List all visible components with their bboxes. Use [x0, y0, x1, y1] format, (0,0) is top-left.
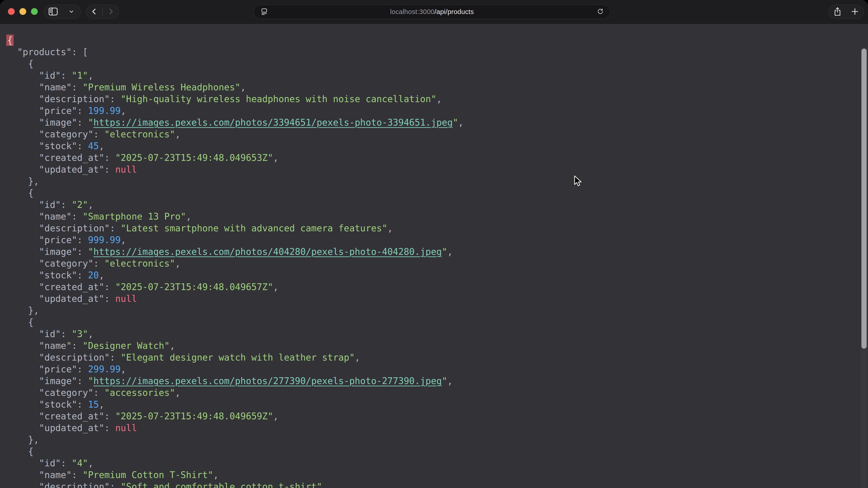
share-button[interactable]: [829, 5, 846, 19]
json-line: "category": "electronics",: [6, 128, 868, 140]
back-button[interactable]: [86, 5, 102, 19]
forward-button[interactable]: [103, 5, 119, 19]
actions-button-group: [829, 4, 864, 19]
json-line: {: [6, 446, 868, 457]
safari-window: localhost:3000/api/products: [0, 0, 868, 488]
browser-toolbar: localhost:3000/api/products: [0, 0, 868, 24]
json-line: {: [6, 187, 868, 199]
chevron-right-icon: [107, 7, 115, 16]
reload-button[interactable]: [597, 5, 604, 19]
json-line: {: [6, 34, 868, 46]
json-line: "category": "electronics",: [6, 258, 868, 269]
json-line: "products": [: [6, 46, 868, 58]
json-line: "image": "https://images.pexels.com/phot…: [6, 246, 868, 258]
nav-button-group: [86, 4, 119, 19]
sidebar-icon: [48, 7, 58, 17]
json-line: "stock": 20,: [6, 269, 868, 281]
json-line: "price": 199.99,: [6, 105, 868, 117]
json-line: "category": "accessories",: [6, 387, 868, 398]
close-window-button[interactable]: [8, 8, 15, 15]
url-text: localhost:3000/api/products: [390, 8, 474, 15]
sidebar-button-group: [43, 4, 81, 19]
json-url-link[interactable]: https://images.pexels.com/photos/3394651…: [93, 117, 453, 128]
json-line: "name": "Designer Watch",: [6, 340, 868, 352]
json-line: "image": "https://images.pexels.com/phot…: [6, 375, 868, 387]
json-response-body: { "products": [ { "id": "1", "name": "Pr…: [0, 24, 868, 488]
json-line: },: [6, 175, 868, 187]
json-line: "name": "Premium Wireless Headphones",: [6, 81, 868, 93]
json-line: "price": 299.99,: [6, 363, 868, 375]
json-line: {: [6, 316, 868, 328]
chevron-left-icon: [90, 7, 98, 16]
json-line: "created_at": "2025-07-23T15:49:48.04965…: [6, 410, 868, 422]
json-line: "description": "High-quality wireless he…: [6, 93, 868, 105]
sidebar-toggle-button[interactable]: [44, 5, 62, 19]
json-line: "created_at": "2025-07-23T15:49:48.04965…: [6, 281, 868, 293]
json-line: "stock": 45,: [6, 140, 868, 152]
json-line: "updated_at": null: [6, 422, 868, 434]
page-settings-icon: [260, 8, 268, 16]
json-line: "name": "Smartphone 13 Pro",: [6, 210, 868, 222]
reload-icon: [597, 8, 604, 16]
json-line: "id": "3",: [6, 328, 868, 340]
json-line: "created_at": "2025-07-23T15:49:48.04965…: [6, 152, 868, 164]
minimize-window-button[interactable]: [20, 8, 26, 15]
json-line: "description": "Soft and comfortable cot…: [6, 481, 868, 488]
json-line: "description": "Latest smartphone with a…: [6, 222, 868, 234]
mouse-cursor: [573, 175, 583, 188]
scrollbar-thumb[interactable]: [862, 48, 867, 349]
json-viewer: { "products": [ { "id": "1", "name": "Pr…: [0, 24, 868, 488]
json-url-link[interactable]: https://images.pexels.com/photos/404280/…: [93, 247, 442, 257]
chevron-down-icon: [68, 8, 75, 15]
new-tab-button[interactable]: [846, 5, 864, 19]
plus-icon: [850, 7, 859, 17]
json-line: "stock": 15,: [6, 398, 868, 410]
json-line: "id": "2",: [6, 199, 868, 210]
json-url-link[interactable]: https://images.pexels.com/photos/277390/…: [93, 376, 442, 386]
json-line: "price": 999.99,: [6, 234, 868, 246]
json-line: {: [6, 58, 868, 70]
page-settings-button[interactable]: [260, 5, 268, 19]
tab-group-chevron-button[interactable]: [62, 5, 81, 19]
url-host: localhost:3000: [390, 8, 434, 15]
json-line: "image": "https://images.pexels.com/phot…: [6, 117, 868, 128]
json-line: },: [6, 434, 868, 446]
json-line: "description": "Elegant designer watch w…: [6, 352, 868, 363]
json-line: "id": "4",: [6, 457, 868, 469]
json-line: "updated_at": null: [6, 293, 868, 304]
highlighted-brace: {: [6, 35, 13, 46]
json-line: "name": "Premium Cotton T-Shirt",: [6, 469, 868, 481]
json-line: "updated_at": null: [6, 164, 868, 175]
json-line: "id": "1",: [6, 70, 868, 81]
url-path: /api/products: [434, 8, 474, 15]
json-line: },: [6, 304, 868, 316]
fullscreen-window-button[interactable]: [31, 8, 38, 15]
address-bar[interactable]: localhost:3000/api/products: [254, 4, 610, 19]
share-icon: [833, 7, 842, 17]
